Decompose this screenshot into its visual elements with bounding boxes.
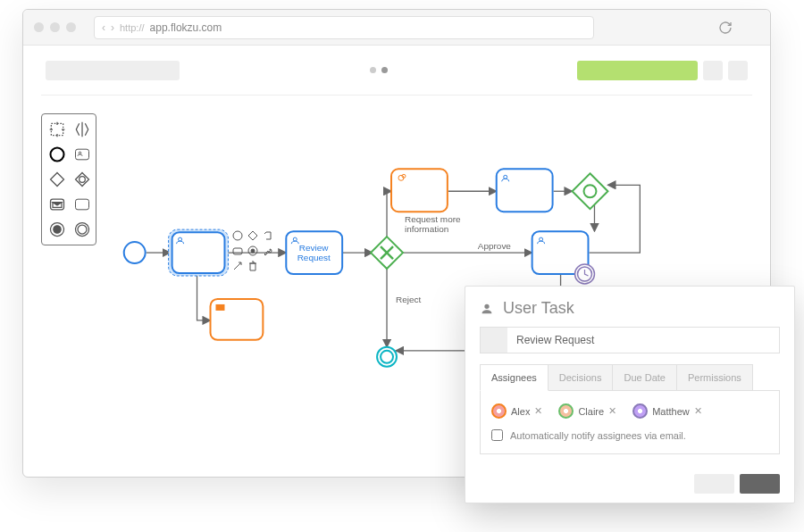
edge-label-request-more: Request moreinformation (405, 214, 461, 234)
notify-checkbox[interactable] (491, 429, 503, 441)
panel-title: User Task (503, 299, 574, 318)
svg-rect-12 (215, 304, 224, 311)
assignee-name: Matthew (652, 406, 690, 417)
browser-titlebar: ‹ › http:// app.flokzu.com (23, 10, 770, 46)
remove-assignee-icon[interactable]: ✕ (608, 405, 616, 417)
assignee-chip: Matthew ✕ (632, 403, 702, 419)
toolbar-button[interactable] (703, 61, 723, 80)
window-controls (34, 22, 76, 32)
avatar (491, 403, 507, 419)
ctx-connect-icon[interactable] (231, 260, 244, 272)
toolbar-left-placeholder (46, 61, 180, 80)
tab-assignees[interactable]: Assignees (480, 364, 549, 391)
cancel-button[interactable] (694, 474, 734, 494)
avatar (558, 403, 574, 419)
ctx-wrench-icon[interactable] (262, 245, 274, 257)
edge-label-reject: Reject (396, 295, 421, 304)
edge-label-approve: Approve (478, 241, 512, 251)
url-bar: ‹ › http:// app.flokzu.com (94, 16, 594, 39)
inclusive-gateway[interactable] (573, 173, 608, 209)
assignee-list: Alex ✕ Claire ✕ Matthew ✕ (491, 403, 768, 419)
window-minimize-icon[interactable] (50, 22, 60, 32)
toolbar-button[interactable] (728, 61, 748, 80)
ctx-gateway-icon[interactable] (247, 229, 259, 242)
tab-due-date[interactable]: Due Date (612, 364, 676, 390)
reload-icon[interactable] (718, 21, 733, 35)
avatar (632, 403, 648, 419)
ctx-end-event-icon[interactable] (247, 245, 259, 257)
context-pad (231, 229, 274, 272)
remove-assignee-icon[interactable]: ✕ (534, 405, 542, 417)
tab-decisions[interactable]: Decisions (548, 364, 614, 390)
url-text[interactable]: app.flokzu.com (150, 21, 222, 34)
properties-panel: User Task Assignees Decisions Due Date P… (465, 286, 795, 503)
task-name-input[interactable] (507, 328, 779, 353)
nav-back-icon[interactable]: ‹ (102, 21, 105, 34)
task-name-field (480, 327, 780, 353)
svg-text:ReviewRequest: ReviewRequest (297, 243, 331, 262)
ctx-event-icon[interactable] (231, 229, 244, 242)
panel-tabs: Assignees Decisions Due Date Permissions (480, 364, 780, 391)
window-close-icon[interactable] (34, 22, 44, 32)
url-protocol: http:// (120, 22, 145, 33)
remove-assignee-icon[interactable]: ✕ (694, 405, 702, 417)
save-button[interactable] (740, 474, 780, 494)
tab-content: Alex ✕ Claire ✕ Matthew ✕ Automatically … (480, 391, 780, 454)
nav-forward-icon[interactable]: › (111, 21, 114, 34)
field-prefix (481, 328, 507, 353)
assignee-name: Alex (511, 406, 530, 417)
user-task-node[interactable] (172, 232, 225, 273)
svg-rect-23 (233, 248, 242, 254)
notify-label: Automatically notify assignees via email… (510, 430, 686, 441)
user-icon (480, 302, 494, 316)
primary-action-button[interactable] (577, 61, 698, 80)
pager-dot[interactable] (370, 67, 376, 73)
window-zoom-icon[interactable] (66, 22, 76, 32)
ctx-annotation-icon[interactable] (262, 229, 274, 242)
ctx-task-icon[interactable] (231, 245, 244, 257)
start-event[interactable] (124, 242, 146, 263)
panel-header: User Task (465, 287, 794, 327)
svg-point-25 (251, 249, 255, 253)
tab-permissions[interactable]: Permissions (676, 364, 753, 390)
assignee-chip: Claire ✕ (558, 403, 616, 419)
ctx-delete-icon[interactable] (247, 260, 259, 272)
assignee-name: Claire (578, 406, 604, 417)
notify-checkbox-row[interactable]: Automatically notify assignees via email… (491, 429, 768, 441)
app-toolbar (23, 46, 770, 95)
svg-point-22 (233, 231, 242, 240)
assignee-chip: Alex ✕ (491, 403, 542, 419)
pager-dot[interactable] (381, 67, 388, 73)
pager-dots (370, 67, 388, 73)
panel-footer (465, 465, 794, 503)
